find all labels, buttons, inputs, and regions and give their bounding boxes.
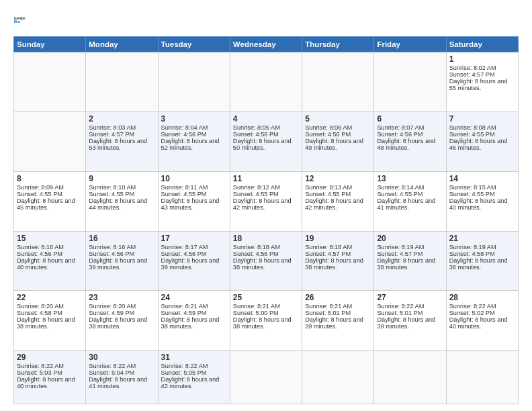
day-number: 6	[377, 114, 443, 124]
day-number: 26	[305, 293, 371, 302]
day-number: 28	[449, 293, 515, 302]
day-number: 4	[233, 114, 299, 124]
empty-cell	[86, 52, 158, 112]
calendar-table: SundayMondayTuesdayWednesdayThursdayFrid…	[13, 36, 519, 404]
svg-text:Blue: Blue	[14, 20, 21, 24]
day-cell-7: 7Sunrise: 8:08 AMSunset: 4:55 PMDaylight…	[446, 111, 518, 171]
day-cell-15: 15Sunrise: 8:16 AMSunset: 4:56 PMDayligh…	[14, 231, 86, 291]
empty-cell	[446, 351, 518, 404]
day-cell-27: 27Sunrise: 8:22 AMSunset: 5:01 PMDayligh…	[374, 291, 446, 351]
day-number: 30	[89, 353, 154, 362]
header-saturday: Saturday	[446, 37, 518, 52]
day-cell-3: 3Sunrise: 8:04 AMSunset: 4:56 PMDaylight…	[158, 111, 230, 171]
header: General Blue	[13, 11, 519, 30]
header-thursday: Thursday	[302, 37, 374, 52]
svg-text:General: General	[14, 17, 26, 20]
day-cell-22: 22Sunrise: 8:20 AMSunset: 4:58 PMDayligh…	[14, 291, 86, 351]
day-number: 2	[89, 114, 154, 124]
day-cell-6: 6Sunrise: 8:07 AMSunset: 4:56 PMDaylight…	[374, 111, 446, 171]
day-number: 21	[449, 234, 515, 243]
empty-cell	[14, 52, 86, 112]
header-tuesday: Tuesday	[158, 37, 230, 52]
day-cell-25: 25Sunrise: 8:21 AMSunset: 5:00 PMDayligh…	[230, 291, 302, 351]
day-number: 19	[305, 234, 371, 243]
day-cell-28: 28Sunrise: 8:22 AMSunset: 5:02 PMDayligh…	[446, 291, 518, 351]
header-row: SundayMondayTuesdayWednesdayThursdayFrid…	[14, 37, 519, 52]
calendar-page: General Blue SundayMondayTuesdayWednesda…	[0, 0, 532, 411]
day-cell-1: 1Sunrise: 8:02 AMSunset: 4:57 PMDaylight…	[446, 52, 518, 112]
day-cell-29: 29Sunrise: 8:22 AMSunset: 5:03 PMDayligh…	[14, 351, 86, 404]
day-number: 10	[161, 174, 227, 183]
day-number: 20	[377, 234, 443, 243]
day-cell-12: 12Sunrise: 8:13 AMSunset: 4:55 PMDayligh…	[302, 171, 374, 231]
empty-cell	[302, 351, 374, 404]
day-number: 27	[377, 293, 443, 302]
day-number: 31	[161, 353, 227, 362]
day-cell-20: 20Sunrise: 8:19 AMSunset: 4:57 PMDayligh…	[374, 231, 446, 291]
empty-cell	[374, 351, 446, 404]
day-cell-11: 11Sunrise: 8:12 AMSunset: 4:55 PMDayligh…	[230, 171, 302, 231]
day-number: 15	[17, 234, 83, 243]
day-number: 1	[449, 54, 515, 64]
logo-icon: General Blue	[13, 11, 32, 30]
day-number: 3	[161, 114, 227, 124]
day-cell-8: 8Sunrise: 8:09 AMSunset: 4:55 PMDaylight…	[14, 171, 86, 231]
empty-cell	[14, 111, 86, 171]
day-cell-21: 21Sunrise: 8:19 AMSunset: 4:58 PMDayligh…	[446, 231, 518, 291]
day-number: 13	[377, 174, 443, 183]
header-monday: Monday	[86, 37, 158, 52]
day-cell-18: 18Sunrise: 8:18 AMSunset: 4:56 PMDayligh…	[230, 231, 302, 291]
empty-cell	[374, 52, 446, 112]
day-number: 14	[449, 174, 515, 183]
day-number: 16	[89, 234, 154, 243]
logo: General Blue	[13, 11, 32, 30]
day-cell-9: 9Sunrise: 8:10 AMSunset: 4:55 PMDaylight…	[86, 171, 158, 231]
day-cell-30: 30Sunrise: 8:22 AMSunset: 5:04 PMDayligh…	[86, 351, 158, 404]
day-number: 24	[161, 293, 227, 302]
day-number: 9	[89, 174, 154, 183]
empty-cell	[230, 52, 302, 112]
day-cell-23: 23Sunrise: 8:20 AMSunset: 4:59 PMDayligh…	[86, 291, 158, 351]
header-wednesday: Wednesday	[230, 37, 302, 52]
day-cell-31: 31Sunrise: 8:22 AMSunset: 5:05 PMDayligh…	[158, 351, 230, 404]
day-cell-17: 17Sunrise: 8:17 AMSunset: 4:56 PMDayligh…	[158, 231, 230, 291]
day-cell-5: 5Sunrise: 8:06 AMSunset: 4:56 PMDaylight…	[302, 111, 374, 171]
day-cell-2: 2Sunrise: 8:03 AMSunset: 4:57 PMDaylight…	[86, 111, 158, 171]
day-cell-19: 19Sunrise: 8:18 AMSunset: 4:57 PMDayligh…	[302, 231, 374, 291]
day-number: 12	[305, 174, 371, 183]
header-friday: Friday	[374, 37, 446, 52]
day-cell-14: 14Sunrise: 8:15 AMSunset: 4:55 PMDayligh…	[446, 171, 518, 231]
day-number: 23	[89, 293, 154, 302]
empty-cell	[158, 52, 230, 112]
day-number: 17	[161, 234, 227, 243]
day-number: 29	[17, 353, 83, 362]
header-sunday: Sunday	[14, 37, 86, 52]
day-number: 22	[17, 293, 83, 302]
day-number: 7	[449, 114, 515, 124]
day-number: 25	[233, 293, 299, 302]
day-cell-13: 13Sunrise: 8:14 AMSunset: 4:55 PMDayligh…	[374, 171, 446, 231]
empty-cell	[302, 52, 374, 112]
day-cell-26: 26Sunrise: 8:21 AMSunset: 5:01 PMDayligh…	[302, 291, 374, 351]
day-cell-10: 10Sunrise: 8:11 AMSunset: 4:55 PMDayligh…	[158, 171, 230, 231]
day-number: 18	[233, 234, 299, 243]
day-number: 11	[233, 174, 299, 183]
day-number: 5	[305, 114, 371, 124]
empty-cell	[230, 351, 302, 404]
day-number: 8	[17, 174, 83, 183]
day-cell-4: 4Sunrise: 8:05 AMSunset: 4:56 PMDaylight…	[230, 111, 302, 171]
day-cell-24: 24Sunrise: 8:21 AMSunset: 4:59 PMDayligh…	[158, 291, 230, 351]
day-cell-16: 16Sunrise: 8:16 AMSunset: 4:56 PMDayligh…	[86, 231, 158, 291]
